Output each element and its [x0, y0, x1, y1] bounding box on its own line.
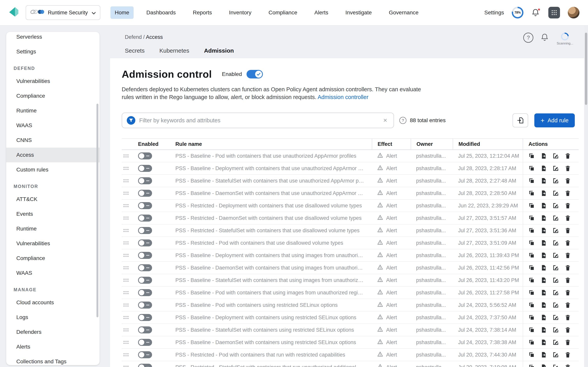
sidebar-item-runtime[interactable]: Runtime [6, 103, 100, 118]
export-icon[interactable] [541, 265, 547, 271]
admission-enabled-toggle[interactable] [247, 70, 263, 78]
nav-item-alerts[interactable]: Alerts [310, 6, 333, 19]
duplicate-icon[interactable] [528, 352, 535, 358]
rule-enabled-toggle[interactable] [138, 227, 152, 234]
entries-help-icon[interactable]: ? [399, 117, 406, 124]
filter-input[interactable] [139, 117, 378, 124]
rule-enabled-toggle[interactable] [138, 202, 152, 209]
duplicate-icon[interactable] [528, 202, 535, 209]
edit-icon[interactable] [553, 314, 559, 321]
rule-enabled-toggle[interactable] [138, 314, 152, 321]
edit-icon[interactable] [553, 178, 559, 184]
edit-icon[interactable] [553, 215, 559, 221]
edit-icon[interactable] [553, 277, 559, 283]
admission-controller-link[interactable]: Admission controller [318, 94, 369, 100]
sidebar-item-custom-rules[interactable]: Custom rules [6, 162, 100, 177]
sidebar-item-collections-and-tags[interactable]: Collections and Tags [6, 354, 100, 365]
edit-icon[interactable] [553, 290, 559, 296]
drag-handle[interactable] [122, 187, 130, 199]
export-icon[interactable] [541, 352, 547, 358]
delete-icon[interactable] [565, 215, 571, 221]
duplicate-icon[interactable] [528, 314, 535, 321]
duplicate-icon[interactable] [528, 215, 535, 221]
rule-enabled-toggle[interactable] [138, 252, 152, 259]
drag-handle[interactable] [122, 311, 130, 324]
drag-handle[interactable] [122, 200, 130, 212]
nav-item-governance[interactable]: Governance [385, 6, 423, 19]
duplicate-icon[interactable] [528, 302, 535, 308]
rule-enabled-toggle[interactable] [138, 301, 152, 309]
rule-name[interactable]: PSS - Baseline - Pod with containers usi… [175, 299, 337, 311]
duplicate-icon[interactable] [528, 327, 535, 333]
sidebar-item-runtime[interactable]: Runtime [6, 221, 100, 236]
sidebar-item-settings[interactable]: Settings [6, 44, 100, 59]
drag-handle[interactable] [122, 237, 130, 249]
rule-enabled-toggle[interactable] [138, 289, 152, 296]
drag-handle[interactable] [122, 249, 130, 261]
rule-name[interactable]: PSS - Restricted - DaemonSet with contai… [175, 212, 362, 224]
export-icon[interactable] [541, 202, 547, 209]
header-owner[interactable]: Owner [411, 139, 453, 150]
rule-name[interactable]: PSS - Baseline - StatefulSet with contai… [175, 175, 365, 187]
export-icon[interactable] [541, 277, 547, 283]
export-icon[interactable] [541, 327, 547, 333]
rule-name[interactable]: PSS - Restricted - Pod with containers t… [175, 349, 345, 361]
nav-item-dashboards[interactable]: Dashboards [142, 6, 180, 19]
delete-icon[interactable] [565, 277, 571, 283]
delete-icon[interactable] [565, 327, 571, 333]
edit-icon[interactable] [553, 252, 559, 259]
rule-name[interactable]: PSS - Baseline - Deployment with contain… [175, 311, 356, 324]
header-enabled[interactable]: Enabled [138, 139, 175, 150]
tab-admission[interactable]: Admission [204, 47, 234, 59]
sidebar-item-att-ck[interactable]: ATT&CK [6, 192, 100, 207]
delete-icon[interactable] [565, 339, 571, 345]
duplicate-icon[interactable] [528, 178, 535, 184]
edit-icon[interactable] [553, 339, 559, 345]
drag-handle[interactable] [122, 287, 130, 299]
rule-name[interactable]: PSS - Baseline - DaemonSet with containe… [175, 262, 365, 274]
user-avatar[interactable] [568, 7, 579, 18]
help-icon[interactable]: ? [523, 33, 533, 43]
filter-box[interactable]: ✕ [122, 113, 394, 128]
rule-name[interactable]: PSS - Baseline - DaemonSet with containe… [175, 336, 356, 349]
sidebar-item-waas[interactable]: WAAS [6, 266, 100, 280]
export-icon[interactable] [541, 178, 547, 184]
drag-handle[interactable] [122, 262, 130, 274]
rule-enabled-toggle[interactable] [138, 264, 152, 271]
edit-icon[interactable] [553, 265, 559, 271]
sidebar-item-compliance[interactable]: Compliance [6, 251, 100, 266]
edit-icon[interactable] [553, 202, 559, 209]
page-scrollbar[interactable] [584, 26, 588, 367]
delete-icon[interactable] [565, 364, 571, 367]
header-effect[interactable]: Effect [372, 139, 411, 150]
settings-link[interactable]: Settings [484, 9, 504, 16]
add-rule-button[interactable]: + Add rule [534, 113, 575, 127]
sidebar-item-vulnerabilities[interactable]: Vulnerabilities [6, 236, 100, 251]
export-icon[interactable] [541, 190, 547, 196]
export-icon[interactable] [541, 314, 547, 321]
sidebar-item-logs[interactable]: Logs [6, 310, 100, 325]
sidebar-scrollbar[interactable] [96, 104, 98, 317]
duplicate-icon[interactable] [528, 277, 535, 283]
product-selector-dropdown[interactable]: Runtime Security [26, 5, 100, 20]
rule-enabled-toggle[interactable] [138, 152, 152, 159]
rule-enabled-toggle[interactable] [138, 177, 152, 184]
edit-icon[interactable] [553, 352, 559, 358]
rule-enabled-toggle[interactable] [138, 165, 152, 172]
edit-icon[interactable] [553, 153, 559, 159]
export-icon[interactable] [541, 290, 547, 296]
export-icon[interactable] [541, 227, 547, 234]
delete-icon[interactable] [565, 165, 571, 171]
delete-icon[interactable] [565, 227, 571, 234]
nav-item-inventory[interactable]: Inventory [225, 6, 256, 19]
delete-icon[interactable] [565, 314, 571, 321]
drag-handle[interactable] [122, 361, 130, 367]
nav-item-investigate[interactable]: Investigate [341, 6, 376, 19]
duplicate-icon[interactable] [528, 190, 535, 196]
export-icon[interactable] [541, 153, 547, 159]
drag-handle[interactable] [122, 324, 130, 336]
sidebar-item-cnns[interactable]: CNNS [6, 133, 100, 148]
edit-icon[interactable] [553, 327, 559, 333]
edit-icon[interactable] [553, 190, 559, 196]
rule-enabled-toggle[interactable] [138, 326, 152, 334]
